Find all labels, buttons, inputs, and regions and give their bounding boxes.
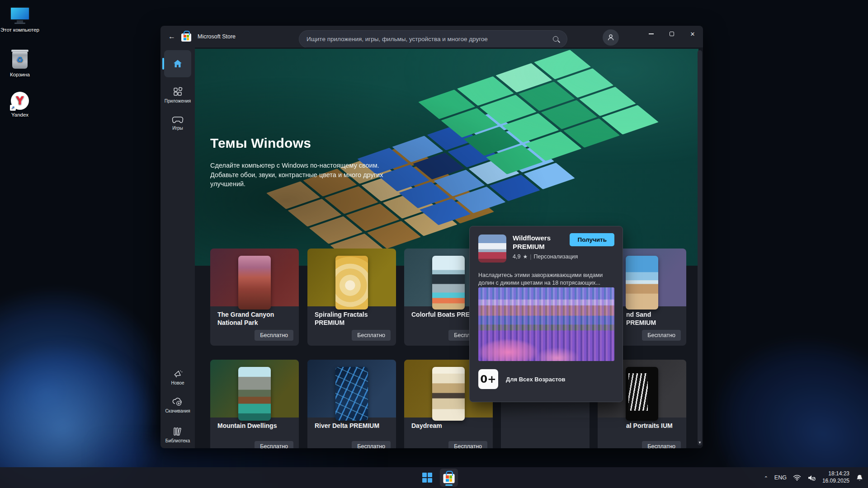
price-badge: Бесплатно	[448, 441, 487, 448]
desktop-icon-label: Корзина	[10, 72, 30, 77]
theme-card-spiraling-fractals[interactable]: Spiraling Fractals PREMIUM Бесплатно	[307, 249, 396, 346]
vertical-scrollbar[interactable]: ▼	[698, 50, 702, 446]
library-books-icon	[172, 426, 184, 437]
theme-thumbnail	[626, 256, 658, 310]
minimize-button[interactable]	[641, 26, 661, 42]
theme-title: Mountain Dwellings	[217, 422, 293, 430]
volume-muted-icon[interactable]	[807, 474, 816, 481]
sidebar-item-label: Новое	[164, 380, 191, 385]
theme-title: Daydream	[411, 422, 487, 430]
sidebar-item-label: Скачивания	[164, 408, 191, 413]
theme-title: Spiraling Fractals PREMIUM	[315, 311, 391, 327]
desktop: Этот компьютер ♻ Корзина Y↗ Yandex ← Mic…	[0, 0, 868, 488]
tray-time: 18:14:23	[822, 470, 849, 478]
window-titlebar: ← Microsoft Store ✕	[160, 26, 703, 47]
search-box[interactable]	[299, 30, 567, 48]
star-icon: ★	[523, 253, 528, 260]
search-icon[interactable]	[552, 36, 560, 43]
taskbar: ⌃ ENG 18:14:23 16.09.2025 z	[0, 467, 868, 488]
sidebar-item-label: Игры	[164, 126, 191, 131]
recycle-bin-icon: ♻	[10, 52, 30, 70]
this-pc-icon	[10, 7, 30, 25]
desktop-icon-recycle-bin[interactable]: ♻ Корзина	[0, 52, 42, 79]
apps-grid-icon	[172, 86, 183, 97]
flyout-description: Насладитесь этими завораживающими видами…	[478, 272, 614, 287]
flyout-category: Персонализация	[533, 253, 578, 260]
taskbar-store-button[interactable]	[440, 469, 458, 487]
price-badge: Бесплатно	[255, 330, 293, 341]
window-controls: ✕	[641, 26, 703, 42]
theme-title: The Grand Canyon National Park	[217, 311, 293, 327]
desktop-icon-yandex[interactable]: Y↗ Yandex	[0, 92, 42, 119]
rating-value: 4,9	[513, 253, 520, 260]
price-badge: Бесплатно	[352, 330, 391, 341]
theme-thumbnail	[626, 367, 658, 421]
back-button[interactable]: ←	[164, 33, 179, 41]
windows-logo-icon	[422, 473, 432, 483]
wildflowers-flyout: Wildflowers PREMIUM 4,9 ★ | Персонализац…	[469, 226, 623, 402]
age-rating-row: 0+ Для Всех Возрастов	[478, 369, 565, 389]
window-title: Microsoft Store	[198, 33, 236, 40]
store-content: Темы Windows Сделайте компьютер с Window…	[195, 47, 703, 448]
sidebar-item-games[interactable]: Игры	[164, 114, 191, 131]
sidebar-item-apps[interactable]: Приложения	[164, 86, 191, 103]
system-tray: ⌃ ENG 18:14:23 16.09.2025 z	[764, 470, 863, 484]
gamepad-icon	[172, 114, 184, 124]
sidebar-item-label: Библиотека	[164, 438, 191, 443]
wildflowers-thumbnail	[478, 235, 506, 263]
microsoft-store-icon	[443, 474, 454, 483]
microsoft-store-window: ← Microsoft Store ✕	[160, 26, 703, 448]
notification-bell-icon[interactable]: z	[856, 474, 863, 482]
selected-indicator	[162, 58, 164, 70]
theme-title: nd Sand PREMIUM	[626, 311, 681, 327]
wildflowers-preview-image	[478, 287, 614, 361]
sidebar-item-new[interactable]: Новое	[164, 368, 191, 385]
age-rating-text: Для Всех Возрастов	[506, 376, 565, 383]
person-icon	[607, 33, 615, 42]
price-badge: Бесплатно	[642, 330, 681, 341]
yandex-browser-icon: Y↗	[10, 92, 30, 110]
age-rating-badge: 0+	[478, 369, 498, 389]
theme-thumbnail	[335, 367, 368, 421]
hero-title: Темы Windows	[210, 136, 400, 151]
scroll-down-arrow[interactable]: ▼	[698, 441, 702, 445]
wifi-icon[interactable]	[793, 474, 801, 481]
flyout-title: Wildflowers PREMIUM	[513, 234, 571, 251]
search-input[interactable]	[307, 36, 552, 42]
flyout-rating-row: 4,9 ★ | Персонализация	[513, 253, 578, 260]
profile-button[interactable]	[603, 29, 619, 46]
get-button[interactable]: Получить	[570, 233, 614, 246]
price-badge: Бесплатно	[642, 441, 681, 448]
cloud-download-icon	[172, 396, 184, 407]
home-icon	[172, 58, 183, 69]
desktop-icon-this-pc[interactable]: Этот компьютер	[0, 7, 42, 34]
price-badge: Бесплатно	[352, 441, 391, 448]
sidebar-item-label: Приложения	[164, 99, 191, 103]
taskbar-clock[interactable]: 18:14:23 16.09.2025	[822, 470, 849, 484]
theme-thumbnail	[335, 256, 368, 310]
theme-thumbnail	[238, 367, 271, 421]
sidebar-item-home[interactable]	[164, 50, 191, 77]
theme-title: al Portraits IUM	[626, 422, 681, 430]
tray-chevron-up-icon[interactable]: ⌃	[764, 475, 768, 481]
desktop-icon-label: Этот компьютер	[0, 27, 39, 33]
theme-card-grand-canyon[interactable]: The Grand Canyon National Park Бесплатно	[210, 249, 299, 346]
megaphone-icon	[172, 368, 183, 379]
start-button[interactable]	[418, 469, 436, 487]
language-indicator[interactable]: ENG	[774, 474, 787, 481]
theme-thumbnail	[238, 256, 271, 310]
theme-thumbnail	[432, 367, 465, 421]
microsoft-store-icon	[181, 33, 191, 42]
store-sidebar: Приложения Игры Новое	[160, 47, 195, 448]
active-app-indicator	[445, 484, 453, 486]
theme-card-river-delta[interactable]: River Delta PREMIUM Бесплатно	[307, 360, 396, 448]
tray-date: 16.09.2025	[822, 478, 849, 485]
close-button[interactable]: ✕	[682, 26, 703, 42]
hero-description: Сделайте компьютер с Windows по-настояще…	[210, 161, 387, 189]
theme-card-mountain-dwellings[interactable]: Mountain Dwellings Бесплатно	[210, 360, 299, 448]
desktop-icon-label: Yandex	[11, 112, 28, 117]
sidebar-item-downloads[interactable]: Скачивания	[164, 396, 191, 413]
maximize-button[interactable]	[661, 26, 682, 42]
hero-tiles-green	[418, 50, 659, 174]
sidebar-item-library[interactable]: Библиотека	[164, 426, 191, 443]
